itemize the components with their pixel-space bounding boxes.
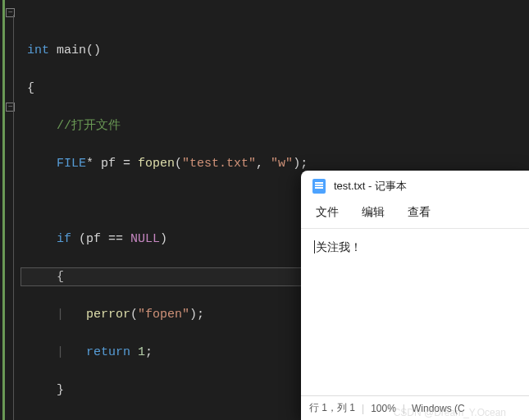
code-text: (pf == (71, 232, 130, 246)
titlebar[interactable]: test.txt - 记事本 (301, 171, 529, 200)
function: perror (86, 308, 130, 322)
notepad-window[interactable]: test.txt - 记事本 文件 编辑 查看 关注我！ 行 1，列 1 | 1… (301, 171, 529, 420)
code-text: ( (130, 308, 138, 322)
keyword: int (27, 43, 49, 57)
keyword: if (57, 232, 71, 246)
type: FILE (57, 157, 86, 171)
string: "w" (271, 157, 293, 171)
menu-view[interactable]: 查看 (408, 205, 431, 220)
keyword: return (86, 345, 130, 359)
fold-line (13, 15, 14, 420)
menu-edit[interactable]: 编辑 (362, 205, 385, 220)
code-text: ; (145, 345, 153, 359)
brace: } (57, 383, 64, 397)
gutter: − − (0, 0, 21, 420)
code-text: ( (175, 157, 182, 171)
menubar: 文件 编辑 查看 (301, 200, 529, 228)
watermark: CSDN @Dream_Y.Ocean (394, 407, 506, 418)
window-title: test.txt - 记事本 (334, 179, 407, 194)
code-text: ); (293, 157, 308, 171)
change-marker (2, 0, 5, 420)
string: "fopen" (138, 308, 189, 322)
comment: //打开文件 (57, 119, 121, 133)
code-text: , (256, 157, 271, 171)
number: 1 (138, 345, 145, 359)
macro: NULL (130, 232, 160, 246)
status-zoom: 100% (371, 403, 396, 414)
text-area[interactable]: 关注我！ (301, 228, 529, 395)
code-text: ) (160, 232, 167, 246)
code-text: ); (189, 308, 204, 322)
brace: { (27, 81, 34, 95)
document-content: 关注我！ (316, 240, 362, 253)
code-text: * pf = (86, 157, 138, 171)
text-cursor (314, 240, 315, 253)
code-text (130, 345, 138, 359)
status-position: 行 1，列 1 (309, 401, 355, 415)
code-text: main() (49, 43, 101, 57)
function: fopen (138, 157, 175, 171)
string: "test.txt" (182, 157, 256, 171)
notepad-icon (312, 179, 326, 194)
separator: | (362, 403, 364, 414)
menu-file[interactable]: 文件 (316, 205, 339, 220)
brace: { (57, 270, 64, 284)
